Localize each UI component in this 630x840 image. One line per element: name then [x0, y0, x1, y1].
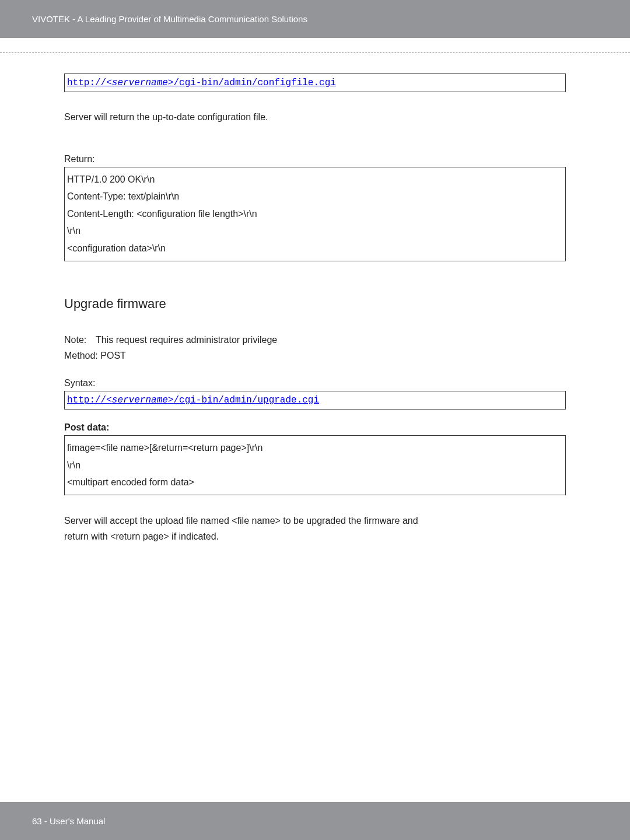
note-line-2: Method: POST [64, 348, 566, 363]
return-label: Return: [64, 154, 566, 164]
post-data-box: fimage=<file name>[&return=<return page>… [64, 435, 566, 495]
url-servername: servername [112, 78, 168, 88]
url2-servername: servername [112, 395, 168, 405]
content-area: http://<servername>/cgi-bin/admin/config… [0, 53, 630, 544]
para2-line-2: return with <return page> if indicated. [64, 528, 566, 544]
return-line-3: Content-Length: <configuration file leng… [67, 205, 563, 223]
return-response-box: HTTP/1.0 200 OK\r\n Content-Type: text/p… [64, 167, 566, 261]
syntax-label: Syntax: [64, 378, 566, 388]
section-title-upgrade: Upgrade firmware [64, 296, 566, 312]
footer-text: 63 - User's Manual [32, 816, 105, 826]
url2-prefix: http://< [67, 395, 112, 405]
note-line-1: Note: This request requires administrato… [64, 332, 566, 348]
post-line-2: \r\n [67, 457, 563, 474]
post-line-1: fimage=<file name>[&return=<return page>… [67, 439, 563, 457]
post-line-3: <multipart encoded form data> [67, 474, 563, 491]
header-text: VIVOTEK - A Leading Provider of Multimed… [32, 14, 307, 24]
return-line-4: \r\n [67, 222, 563, 240]
note-block: Note: This request requires administrato… [64, 332, 566, 363]
header-bar: VIVOTEK - A Leading Provider of Multimed… [0, 0, 630, 38]
footer-bar: 63 - User's Manual [0, 802, 630, 840]
url-box-upgrade: http://<servername>/cgi-bin/admin/upgrad… [64, 391, 566, 410]
post-data-label: Post data: [64, 422, 566, 433]
url-box-configfile: http://<servername>/cgi-bin/admin/config… [64, 74, 566, 92]
return-line-5: <configuration data>\r\n [67, 240, 563, 257]
url2-suffix: >/cgi-bin/admin/upgrade.cgi [168, 395, 319, 405]
para2-line-1: Server will accept the upload file named… [64, 513, 566, 528]
paragraph-server-return: Server will return the up-to-date config… [64, 110, 566, 125]
paragraph-server-accept: Server will accept the upload file named… [64, 513, 566, 544]
return-line-2: Content-Type: text/plain\r\n [67, 188, 563, 205]
url-prefix: http://< [67, 78, 112, 88]
return-line-1: HTTP/1.0 200 OK\r\n [67, 171, 563, 188]
url-suffix: >/cgi-bin/admin/configfile.cgi [168, 78, 336, 88]
